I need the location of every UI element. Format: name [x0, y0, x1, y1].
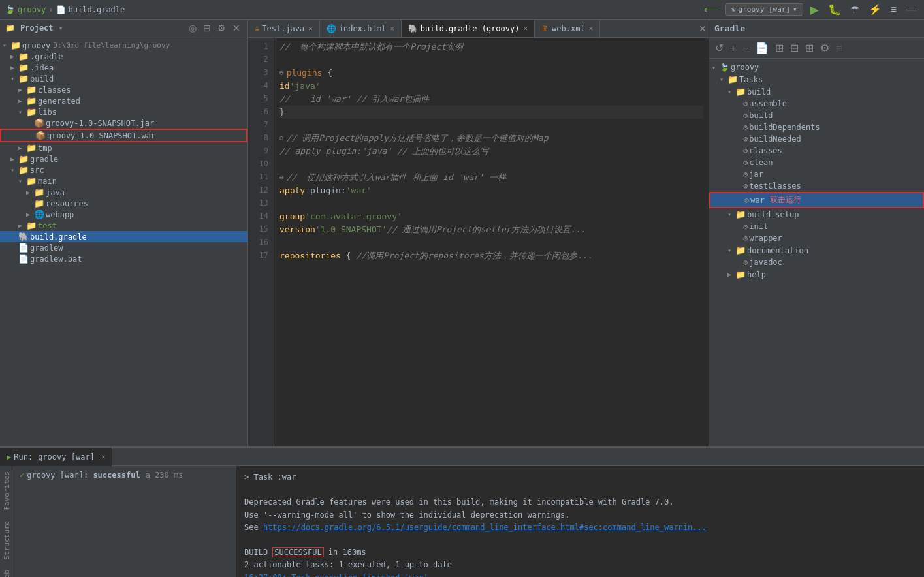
- gradle-documentation[interactable]: ▾ 📁 documentation: [709, 244, 924, 257]
- check-icon: ✓: [20, 471, 24, 480]
- tree-item-webapp[interactable]: ▶ 🌐 webapp: [0, 209, 247, 220]
- minimize-btn[interactable]: —: [903, 3, 919, 17]
- gradle-build-dependents[interactable]: ▶ ⚙ buildDependents: [709, 121, 924, 133]
- run-config-badge[interactable]: ⚙ groovy [war] ▾: [725, 3, 803, 16]
- top-bar: 🍃 groovy › 📄 build.gradle ⟵ ⚙ groovy [wa…: [0, 0, 924, 20]
- breadcrumb-file[interactable]: build.gradle: [69, 5, 125, 14]
- java-label: java: [46, 188, 65, 197]
- gradle-init[interactable]: ▶ ⚙ init: [709, 221, 924, 232]
- gradle-build-group-arrow: ▾: [727, 88, 735, 95]
- gradle-root[interactable]: ▾ 🍃 groovy: [709, 61, 924, 73]
- build-task-gear-icon: ⚙: [743, 111, 748, 120]
- gradle-classes[interactable]: ▶ ⚙ classes: [709, 145, 924, 157]
- groovy-folder-icon: 🍃: [720, 63, 729, 72]
- javadoc-gear-icon: ⚙: [743, 258, 748, 267]
- tree-item-gradlew-bat[interactable]: ▶ 📄 gradlew.bat: [0, 253, 247, 264]
- back-btn[interactable]: ⟵: [701, 2, 722, 17]
- tree-item-war[interactable]: ▶ 📦 groovy-1.0-SNAPSHOT.war: [0, 129, 247, 142]
- gradle-jar-label: jar: [749, 170, 763, 179]
- tab-index-html[interactable]: 🌐 index.html ✕: [320, 20, 402, 38]
- vtab-structure[interactable]: Structure: [3, 521, 11, 560]
- init-gear-icon: ⚙: [743, 222, 748, 231]
- run-tab-close[interactable]: ✕: [101, 452, 106, 461]
- gradle-documentation-arrow: ▾: [727, 247, 735, 254]
- gradle-build-group[interactable]: ▾ 📁 build: [709, 86, 924, 98]
- tree-item-jar[interactable]: ▶ 📦 groovy-1.0-SNAPSHOT.jar: [0, 117, 247, 129]
- tree-item-resources[interactable]: ▶ 📁 resources: [0, 198, 247, 209]
- project-dropdown[interactable]: ▾: [59, 23, 63, 33]
- gradle-jar[interactable]: ▶ ⚙ jar: [709, 168, 924, 180]
- gradle-refresh-btn[interactable]: ↺: [713, 40, 725, 55]
- test-label: test: [38, 221, 57, 230]
- debug-button[interactable]: 🐛: [825, 2, 844, 17]
- gradle-build-task[interactable]: ▶ ⚙ build: [709, 110, 924, 121]
- gradle-settings-btn[interactable]: ⚙: [818, 40, 831, 55]
- gradle-link[interactable]: https://docs.gradle.org/6.5.1/userguide/…: [263, 523, 707, 532]
- run-button[interactable]: ▶: [807, 1, 821, 18]
- gradle-tasks[interactable]: ▾ 📁 Tasks: [709, 73, 924, 86]
- sidebar-title: Project: [20, 23, 54, 33]
- gradle-collapse-btn[interactable]: ⊟: [788, 40, 801, 55]
- tree-item-build-gradle[interactable]: ▶ 🐘 build.gradle: [0, 231, 247, 242]
- gradle-more-btn[interactable]: ≡: [834, 41, 844, 55]
- gradle-hidden-icon: 📁: [18, 52, 29, 61]
- gradle-build-needed[interactable]: ▶ ⚙ buildNeeded: [709, 133, 924, 145]
- locate-btn[interactable]: ◎: [187, 22, 199, 34]
- coverage-button[interactable]: ☂: [848, 2, 862, 17]
- gradle-clean[interactable]: ▶ ⚙ clean: [709, 157, 924, 168]
- gradle-test-classes[interactable]: ▶ ⚙ testClasses: [709, 180, 924, 192]
- run-output-blank2: [244, 534, 916, 546]
- wrapper-gear-icon: ⚙: [743, 234, 748, 243]
- gradle-remove-btn[interactable]: −: [741, 41, 750, 55]
- gradle-help[interactable]: ▶ 📁 help: [709, 268, 924, 281]
- tab-web-xml[interactable]: 🗎 web.xml ✕: [535, 20, 600, 38]
- gradle-wrapper[interactable]: ▶ ⚙ wrapper: [709, 232, 924, 244]
- run-sidebar-item[interactable]: ✓ groovy [war]: successful a 230 ms: [17, 469, 233, 482]
- tree-root[interactable]: ▾ 📁 groovy D:\0md-file\learning\groovy: [0, 40, 247, 51]
- tree-item-java[interactable]: ▶ 📁 java: [0, 187, 247, 198]
- tree-item-test[interactable]: ▶ 📁 test: [0, 220, 247, 231]
- more-btn[interactable]: ≡: [888, 3, 899, 17]
- run-tab[interactable]: ▶ Run: groovy [war] ✕: [0, 448, 112, 466]
- vtab-web[interactable]: Web: [3, 570, 11, 577]
- gradle-group-btn[interactable]: ⊞: [803, 40, 816, 55]
- tree-item-tmp[interactable]: ▶ 📁 tmp: [0, 142, 247, 153]
- bottom-panel: ▶ Run: groovy [war] ✕ Favorites Structur…: [0, 446, 924, 577]
- run-config-dropdown-icon[interactable]: ▾: [793, 5, 797, 14]
- tree-item-classes[interactable]: ▶ 📁 classes: [0, 84, 247, 95]
- profile-button[interactable]: ⚡: [866, 2, 884, 17]
- test-icon: 📁: [26, 221, 37, 230]
- tree-item-build[interactable]: ▾ 📁 build: [0, 73, 247, 84]
- breadcrumb-groovy[interactable]: groovy: [18, 5, 46, 14]
- tab-build-gradle-close[interactable]: ✕: [523, 24, 528, 33]
- gradle-expand-btn[interactable]: ⊞: [773, 40, 786, 55]
- gradle-add-btn[interactable]: +: [728, 41, 738, 55]
- tree-item-src[interactable]: ▾ 📁 src: [0, 164, 247, 176]
- tree-item-libs[interactable]: ▾ 📁 libs: [0, 106, 247, 117]
- gradle-assemble[interactable]: ▶ ⚙ assemble: [709, 98, 924, 110]
- vtab-favorites[interactable]: Favorites: [3, 471, 11, 510]
- tree-item-generated[interactable]: ▶ 📁 generated: [0, 95, 247, 106]
- code-line-13: [279, 197, 703, 210]
- gradle-javadoc[interactable]: ▶ ⚙ javadoc: [709, 257, 924, 268]
- close-editor-btn[interactable]: ✕: [697, 23, 709, 35]
- tree-item-gradle-hidden[interactable]: ▶ 📁 .gradle: [0, 51, 247, 62]
- gradle-build-setup[interactable]: ▾ 📁 build setup: [709, 208, 924, 221]
- tab-index-html-close[interactable]: ✕: [390, 24, 394, 33]
- collapse-all-btn[interactable]: ⊟: [201, 22, 213, 34]
- gradle-build-setup-arrow: ▾: [727, 211, 735, 218]
- tree-item-gradle-folder[interactable]: ▶ 📁 gradle: [0, 153, 247, 164]
- close-btn[interactable]: ✕: [231, 22, 242, 34]
- settings-btn[interactable]: ⚙: [215, 22, 228, 34]
- tree-item-main[interactable]: ▾ 📁 main: [0, 176, 247, 187]
- run-output[interactable]: > Task :war Deprecated Gradle features w…: [236, 466, 924, 577]
- tab-build-gradle[interactable]: 🐘 build.gradle (groovy) ✕: [402, 20, 535, 38]
- tab-test-java-close[interactable]: ✕: [308, 24, 313, 33]
- tree-item-idea[interactable]: ▶ 📁 .idea: [0, 62, 247, 73]
- code-editor[interactable]: // 每个构建脚本中默认都有一个Project实例 ⊖plugins { id …: [274, 38, 709, 446]
- gradle-script-btn[interactable]: 📄: [754, 40, 771, 55]
- tab-test-java[interactable]: ☕ Test.java ✕: [248, 20, 320, 38]
- gradle-war[interactable]: ▶ ⚙ war 双击运行: [709, 192, 924, 208]
- tree-item-gradlew[interactable]: ▶ 📄 gradlew: [0, 242, 247, 253]
- tab-web-xml-close[interactable]: ✕: [589, 24, 594, 33]
